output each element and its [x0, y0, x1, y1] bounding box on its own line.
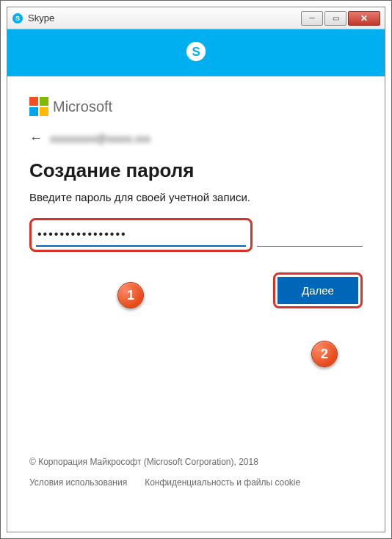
callout-number-1: 1	[127, 288, 134, 303]
content-area: S Microsoft ← xxxxxxxxx@xxxxx.xxx Создан…	[7, 29, 385, 532]
footer-copyright: © Корпорация Майкрософт (Microsoft Corpo…	[29, 457, 363, 467]
input-underline	[257, 246, 363, 247]
titlebar: S Skype ─ ▭ ✕	[7, 7, 385, 29]
svg-text:S: S	[192, 45, 200, 59]
identity-row: ← xxxxxxxxx@xxxxx.xxx	[29, 131, 363, 146]
password-row	[29, 218, 363, 252]
page-subtitle: Введите пароль для своей учетной записи.	[29, 191, 363, 203]
skype-logo-icon: S	[185, 40, 207, 65]
close-button[interactable]: ✕	[348, 11, 380, 26]
footer-privacy-link[interactable]: Конфиденциальность и файлы cookie	[145, 477, 300, 488]
skype-icon: S	[12, 12, 23, 24]
identity-email: xxxxxxxxx@xxxxx.xxx	[50, 133, 150, 145]
window-buttons: ─ ▭ ✕	[300, 11, 380, 26]
next-row: Далее	[29, 272, 363, 308]
footer: © Корпорация Майкрософт (Microsoft Corpo…	[29, 457, 363, 488]
window-frame: S Skype ─ ▭ ✕ S Microsoft	[7, 7, 385, 532]
svg-text:S: S	[15, 15, 20, 22]
microsoft-logo: Microsoft	[29, 97, 363, 116]
microsoft-label: Microsoft	[53, 98, 112, 115]
microsoft-logo-icon	[29, 97, 48, 116]
callout-badge-2: 2	[311, 341, 338, 367]
password-input[interactable]	[36, 223, 246, 247]
window-title: Skype	[28, 12, 300, 23]
minimize-button[interactable]: ─	[301, 11, 323, 26]
next-button[interactable]: Далее	[277, 277, 358, 304]
callout-highlight-1	[29, 218, 253, 252]
page-title: Создание пароля	[29, 159, 363, 182]
maximize-button[interactable]: ▭	[324, 11, 346, 26]
main-panel: Microsoft ← xxxxxxxxx@xxxxx.xxx Создание…	[7, 76, 385, 308]
callout-number-2: 2	[321, 347, 328, 362]
skype-header: S	[7, 29, 385, 76]
footer-terms-link[interactable]: Условия использования	[29, 477, 127, 488]
callout-highlight-2: Далее	[273, 272, 363, 308]
back-arrow-icon[interactable]: ←	[29, 131, 43, 146]
callout-badge-1: 1	[117, 282, 144, 308]
